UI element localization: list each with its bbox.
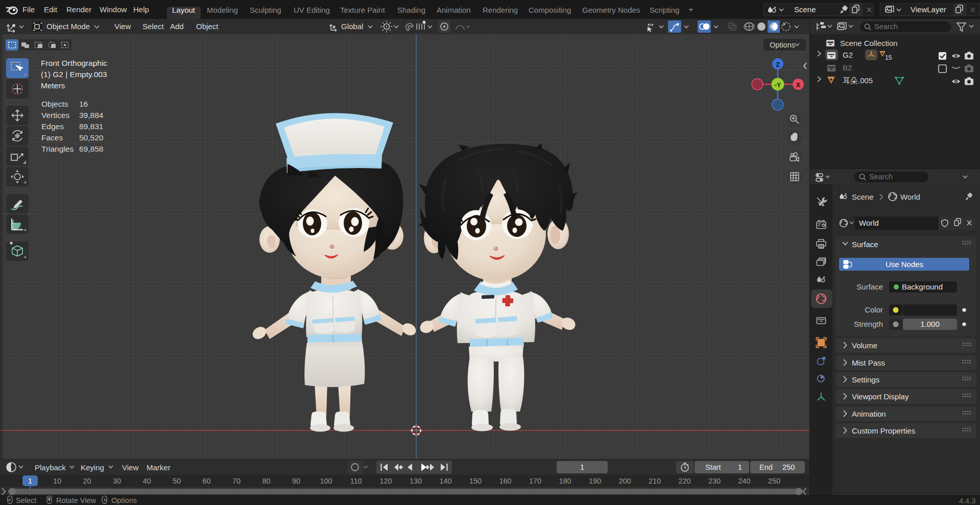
svg-text:Scene: Scene [852, 193, 874, 201]
svg-text:60: 60 [202, 477, 210, 485]
svg-text:Objects: Objects [41, 100, 68, 108]
svg-text:Options: Options [111, 496, 137, 504]
svg-text:1: 1 [738, 463, 742, 471]
svg-text:G2: G2 [843, 51, 853, 59]
svg-text:16: 16 [79, 100, 88, 108]
svg-text:Rotate View: Rotate View [56, 496, 96, 504]
svg-text:Start: Start [705, 463, 721, 471]
svg-text:1: 1 [28, 477, 32, 485]
svg-text:World: World [859, 219, 879, 227]
svg-text:Select: Select [16, 496, 36, 504]
svg-text:Mist Pass: Mist Pass [852, 358, 885, 367]
svg-text:Volume: Volume [852, 341, 877, 350]
svg-text:Background: Background [902, 282, 943, 291]
svg-text:1.000: 1.000 [920, 320, 940, 328]
svg-text:1: 1 [580, 463, 584, 471]
svg-text:Viewport Display: Viewport Display [852, 392, 909, 401]
svg-text:89,831: 89,831 [79, 122, 103, 131]
svg-text:170: 170 [529, 477, 541, 485]
svg-text:Search: Search [869, 173, 893, 181]
svg-text:Surface: Surface [856, 282, 883, 291]
svg-text:110: 110 [350, 477, 362, 485]
svg-text:90: 90 [292, 477, 300, 485]
svg-text:Options: Options [770, 41, 795, 49]
svg-text:Color: Color [865, 305, 883, 314]
svg-text:220: 220 [678, 477, 690, 485]
svg-text:70: 70 [232, 477, 241, 485]
svg-text:240: 240 [738, 477, 750, 485]
svg-text:耳朵.005: 耳朵.005 [843, 76, 873, 85]
svg-text:120: 120 [379, 477, 392, 485]
svg-text:B2: B2 [843, 63, 852, 72]
svg-text:Playback: Playback [35, 463, 66, 472]
svg-text:39,884: 39,884 [79, 111, 104, 119]
svg-text:4.4.3: 4.4.3 [959, 497, 975, 505]
svg-text:X: X [796, 82, 801, 89]
svg-text:80: 80 [262, 477, 270, 485]
svg-text:View: View [122, 463, 138, 472]
svg-text:50,520: 50,520 [79, 133, 104, 142]
svg-text:210: 210 [649, 477, 661, 485]
svg-text:Custom Properties: Custom Properties [852, 426, 915, 435]
svg-text:50: 50 [173, 477, 181, 485]
svg-text:ViewLayer: ViewLayer [911, 5, 946, 14]
svg-text:Settings: Settings [852, 375, 879, 384]
svg-text:20: 20 [83, 477, 91, 485]
svg-text:Z: Z [776, 61, 780, 68]
svg-text:Scene: Scene [794, 5, 816, 14]
svg-text:30: 30 [113, 477, 121, 485]
svg-text:Use Nodes: Use Nodes [886, 260, 923, 269]
svg-text:130: 130 [410, 477, 422, 485]
svg-text:Faces: Faces [41, 133, 63, 142]
svg-text:190: 190 [589, 477, 601, 485]
svg-text:Animation: Animation [852, 410, 886, 418]
svg-text:Front Orthographic: Front Orthographic [41, 59, 107, 67]
svg-text:200: 200 [618, 477, 631, 485]
svg-text:Scene Collection: Scene Collection [840, 39, 898, 47]
svg-text:Edges: Edges [41, 122, 64, 131]
svg-text:Strength: Strength [854, 320, 883, 328]
svg-text:World: World [900, 193, 920, 201]
svg-text:Marker: Marker [147, 463, 171, 472]
svg-text:250: 250 [768, 477, 780, 485]
svg-text:Triangles: Triangles [41, 145, 74, 153]
svg-text:End: End [759, 463, 773, 471]
svg-text:Surface: Surface [852, 240, 878, 249]
svg-text:15: 15 [885, 54, 892, 61]
svg-text:140: 140 [439, 477, 451, 485]
svg-text:69,858: 69,858 [79, 145, 103, 153]
svg-text:160: 160 [499, 477, 511, 485]
svg-text:Meters: Meters [41, 81, 65, 90]
svg-text:10: 10 [53, 477, 61, 485]
svg-text:180: 180 [559, 477, 571, 485]
svg-text:150: 150 [469, 477, 482, 485]
svg-text:-Y: -Y [775, 82, 781, 89]
svg-text:230: 230 [708, 477, 721, 485]
svg-text:(1) G2 | Empty.003: (1) G2 | Empty.003 [41, 70, 107, 79]
svg-text:100: 100 [320, 477, 332, 485]
svg-text:Keying: Keying [81, 463, 104, 472]
svg-text:250: 250 [782, 463, 795, 471]
svg-text:Search: Search [874, 22, 898, 31]
svg-text:40: 40 [142, 477, 151, 485]
svg-text:Vertices: Vertices [41, 111, 69, 119]
